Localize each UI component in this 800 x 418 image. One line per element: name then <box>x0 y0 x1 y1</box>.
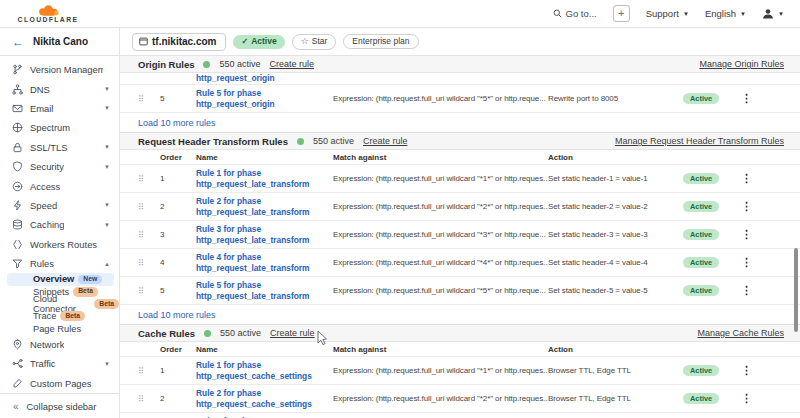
star-icon <box>301 37 309 46</box>
sidebar-item[interactable]: Caching ▼ <box>0 215 119 234</box>
rule-name-link[interactable]: Rule 2 for phasehttp_request_late_transf… <box>196 196 333 218</box>
sidebar-item[interactable]: Spectrum <box>0 118 119 137</box>
section-title: Request Header Transform Rules <box>138 136 288 147</box>
kebab-menu-icon[interactable] <box>741 256 763 269</box>
user-icon <box>762 8 774 20</box>
sidebar-item[interactable]: Network <box>0 335 119 354</box>
section-title: Cache Rules <box>138 328 195 339</box>
star-button[interactable]: Star <box>292 34 337 50</box>
manage-origin-rules-link[interactable]: Manage Origin Rules <box>699 59 784 69</box>
account-menu[interactable]: ▼ <box>762 8 784 20</box>
back-arrow-icon[interactable]: ← <box>12 36 24 48</box>
drag-handle-icon[interactable] <box>138 286 160 296</box>
sidebar-item[interactable]: SSL/TLS ▼ <box>0 138 119 157</box>
create-rule-link[interactable]: Create rule <box>270 328 315 338</box>
load-more-origin-rules[interactable]: Load 10 more rules <box>120 113 800 133</box>
collapse-sidebar-button[interactable]: Collapse sidebar <box>0 393 119 418</box>
rule-name-link[interactable]: Rule 5 for phasehttp_request_origin <box>196 88 333 110</box>
chevron-icon: ▼ <box>104 144 110 150</box>
drag-handle-icon[interactable] <box>138 94 160 104</box>
kebab-menu-icon[interactable] <box>741 284 763 297</box>
status-badge: Active <box>683 93 719 104</box>
rule-name-link[interactable]: Rule 5 for phasehttp_request_late_transf… <box>196 280 333 302</box>
manage-request-header-transform-rules-link[interactable]: Manage Request Header Transform Rules <box>615 136 784 146</box>
drag-handle-icon[interactable] <box>138 174 160 184</box>
sidebar-item[interactable]: Access <box>0 176 119 195</box>
sidebar-item[interactable]: Custom Pages <box>0 374 119 393</box>
collapse-icon <box>13 401 19 412</box>
rule-action: Browser TTL, Edge TTL <box>548 366 683 375</box>
column-action: Action <box>548 153 683 162</box>
security-icon <box>12 161 23 172</box>
sidebar-subitem-label: Overview <box>33 274 74 284</box>
support-label: Support <box>646 8 679 19</box>
status-badge: Active <box>683 257 719 268</box>
status-badge: Active <box>683 393 719 404</box>
rule-name-link[interactable]: Rule 4 for phasehttp_request_late_transf… <box>196 252 333 274</box>
goto-search[interactable]: Go to... <box>553 8 597 19</box>
sidebar-item[interactable]: DNS ▼ <box>0 79 119 98</box>
top-bar-actions: Go to... + Support ▼ English ▼ ▼ <box>553 5 784 22</box>
drag-handle-icon[interactable] <box>138 258 160 268</box>
rule-order: 5 <box>160 286 196 295</box>
sidebar-item[interactable]: Speed ▼ <box>0 196 119 215</box>
load-more-request-header-transform-rules[interactable]: Load 10 more rules <box>120 305 800 325</box>
column-match-against: Match against <box>333 153 548 162</box>
status-badge: Active <box>683 201 719 212</box>
chevron-down-icon: ▼ <box>683 11 689 17</box>
column-order: Order <box>160 153 196 162</box>
chevron-down-icon: ▼ <box>740 11 746 17</box>
language-menu[interactable]: English ▼ <box>705 8 746 19</box>
version-management-icon <box>12 64 23 75</box>
rule-name-link[interactable]: Rule 1 for phasehttp_request_late_transf… <box>196 168 333 190</box>
sidebar-item[interactable]: Security ▼ <box>0 157 119 176</box>
rule-name-link[interactable]: Rule 2 for phasehttp_request_cache_setti… <box>196 388 333 410</box>
sidebar-item[interactable]: Rules ▲ <box>0 254 119 273</box>
sidebar-item-label: SSL/TLS <box>30 142 68 153</box>
sidebar-item-label: Access <box>30 181 60 192</box>
drag-handle-icon[interactable] <box>138 394 160 404</box>
sidebar-item-label: DNS <box>30 84 50 95</box>
rule-name-partial[interactable]: http_request_origin <box>196 73 275 83</box>
kebab-menu-icon[interactable] <box>741 228 763 241</box>
create-rule-link[interactable]: Create rule <box>270 59 315 69</box>
chevron-icon: ▼ <box>104 202 110 208</box>
rule-action: Set static header-4 = value-4 <box>548 258 683 267</box>
sidebar-item[interactable]: Email ▼ <box>0 99 119 118</box>
kebab-menu-icon[interactable] <box>741 200 763 213</box>
drag-handle-icon[interactable] <box>138 230 160 240</box>
sidebar-subitem[interactable]: Page Rules <box>0 322 119 334</box>
sidebar-item[interactable]: Version Management <box>0 60 119 79</box>
vertical-scrollbar-thumb[interactable] <box>794 248 798 332</box>
sidebar-subitem[interactable]: Overview New <box>7 273 114 285</box>
sidebar-rules-sublist: Overview New Snippets Beta Cloud Connect… <box>0 273 119 334</box>
workers-routes-icon <box>12 239 23 250</box>
status-badge: Active <box>683 285 719 296</box>
sidebar-subitem[interactable]: Cloud Connector Beta <box>0 298 119 310</box>
sidebar: Version Management DNS ▼ Email ▼ <box>0 56 120 418</box>
kebab-menu-icon[interactable] <box>741 392 763 405</box>
sidebar-item[interactable]: Workers Routes <box>0 235 119 254</box>
rules-overview-content: Origin Rules 550 active Create rule Mana… <box>120 56 800 418</box>
drag-handle-icon[interactable] <box>138 366 160 376</box>
sidebar-item[interactable]: Traffic ▼ <box>0 354 119 373</box>
spectrum-icon <box>12 122 23 133</box>
drag-handle-icon[interactable] <box>138 202 160 212</box>
support-menu[interactable]: Support ▼ <box>646 8 689 19</box>
rule-match-expression: Expression: (http.request.full_uri wildc… <box>333 174 548 183</box>
kebab-menu-icon[interactable] <box>741 92 763 105</box>
zone-selector[interactable]: tf.nikitac.com <box>132 33 226 51</box>
chevron-icon: ▼ <box>104 361 110 367</box>
add-button[interactable]: + <box>613 5 630 22</box>
rule-name-link[interactable]: Rule 1 for phasehttp_request_cache_setti… <box>196 360 333 382</box>
create-rule-link[interactable]: Create rule <box>363 136 408 146</box>
cloudflare-cloud-icon <box>33 4 63 16</box>
rule-action: Set static header-1 = value-1 <box>548 174 683 183</box>
kebab-menu-icon[interactable] <box>741 172 763 185</box>
kebab-menu-icon[interactable] <box>741 364 763 377</box>
status-badge: Active <box>683 229 719 240</box>
cloudflare-logo[interactable]: CLOUDFLARE <box>16 4 80 23</box>
manage-cache-rules-link[interactable]: Manage Cache Rules <box>697 328 784 338</box>
table-column-header: Order Name Match against Action <box>120 342 800 357</box>
rule-name-link[interactable]: Rule 3 for phasehttp_request_late_transf… <box>196 224 333 246</box>
